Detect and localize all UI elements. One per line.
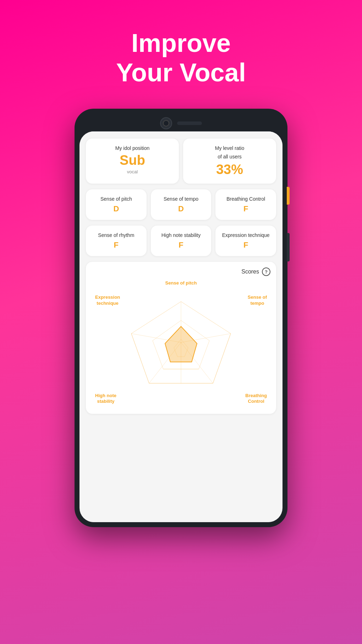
radar-label-top-right: Sense oftempo xyxy=(248,294,267,307)
phone-camera xyxy=(160,117,172,129)
high-note-stability-label: High note stability xyxy=(161,232,201,238)
sense-of-pitch-label: Sense of pitch xyxy=(100,196,132,202)
radar-svg xyxy=(121,291,241,397)
scores-section: Scores ? Sense of pitch Sense oftempo Ex… xyxy=(86,262,276,414)
svg-line-12 xyxy=(213,334,231,383)
sense-of-pitch-grade: D xyxy=(113,204,119,213)
card-high-note-stability: High note stability F xyxy=(151,226,212,256)
card-sense-of-pitch: Sense of pitch D xyxy=(86,189,147,220)
level-ratio-label1: My level ratio xyxy=(215,145,244,151)
level-ratio-label2: of all users xyxy=(218,153,242,160)
skills-row-1: Sense of pitch D Sense of tempo D Breath… xyxy=(86,189,276,220)
phone-mockup: My idol position Sub vocal My level rati… xyxy=(75,109,287,527)
phone-side-button-orange xyxy=(287,187,290,205)
radar-label-top: Sense of pitch xyxy=(165,280,197,286)
high-note-stability-grade: F xyxy=(179,240,183,250)
radar-label-bottom-right: BreathingControl xyxy=(245,393,267,405)
phone-speaker xyxy=(177,121,202,125)
skills-row-2: Sense of rhythm F High note stability F … xyxy=(86,226,276,256)
radar-chart-container: Sense of pitch Sense oftempo Expressiont… xyxy=(92,280,270,408)
scores-header: Scores ? xyxy=(92,267,270,276)
card-idol-position: My idol position Sub vocal xyxy=(86,139,179,184)
idol-position-sublabel: vocal xyxy=(127,169,138,174)
screen-content: My idol position Sub vocal My level rati… xyxy=(79,131,283,421)
svg-line-11 xyxy=(131,334,149,383)
svg-marker-8 xyxy=(165,326,197,362)
breathing-control-grade: F xyxy=(243,204,248,213)
top-cards-row: My idol position Sub vocal My level rati… xyxy=(86,139,276,184)
hero-title: Improve Your Vocal xyxy=(116,28,246,87)
scores-help-icon[interactable]: ? xyxy=(262,267,270,276)
expression-technique-label: Expression technique xyxy=(222,232,270,238)
phone-notch xyxy=(79,114,283,131)
card-expression-technique: Expression technique F xyxy=(215,226,276,256)
phone-screen: My idol position Sub vocal My level rati… xyxy=(79,131,283,522)
sense-of-rhythm-label: Sense of rhythm xyxy=(98,232,134,238)
phone-shell: My idol position Sub vocal My level rati… xyxy=(75,109,287,527)
expression-technique-grade: F xyxy=(243,240,248,250)
radar-label-bottom-left: High notestability xyxy=(95,393,116,405)
card-sense-of-rhythm: Sense of rhythm F xyxy=(86,226,147,256)
idol-position-label: My idol position xyxy=(115,145,150,151)
phone-camera-inner xyxy=(163,120,169,126)
idol-position-value: Sub xyxy=(120,153,145,167)
phone-side-button-dark xyxy=(287,233,290,261)
level-ratio-value: 33% xyxy=(216,162,243,177)
sense-of-tempo-label: Sense of tempo xyxy=(164,196,198,202)
radar-label-top-left: Expressiontechnique xyxy=(95,294,120,307)
sense-of-tempo-grade: D xyxy=(178,204,184,213)
card-breathing-control: Breathing Control F xyxy=(215,189,276,220)
sense-of-rhythm-grade: F xyxy=(114,240,119,250)
card-sense-of-tempo: Sense of tempo D xyxy=(151,189,212,220)
scores-label: Scores xyxy=(241,269,259,275)
card-level-ratio: My level ratio of all users 33% xyxy=(183,139,276,184)
breathing-control-label: Breathing Control xyxy=(226,196,265,202)
